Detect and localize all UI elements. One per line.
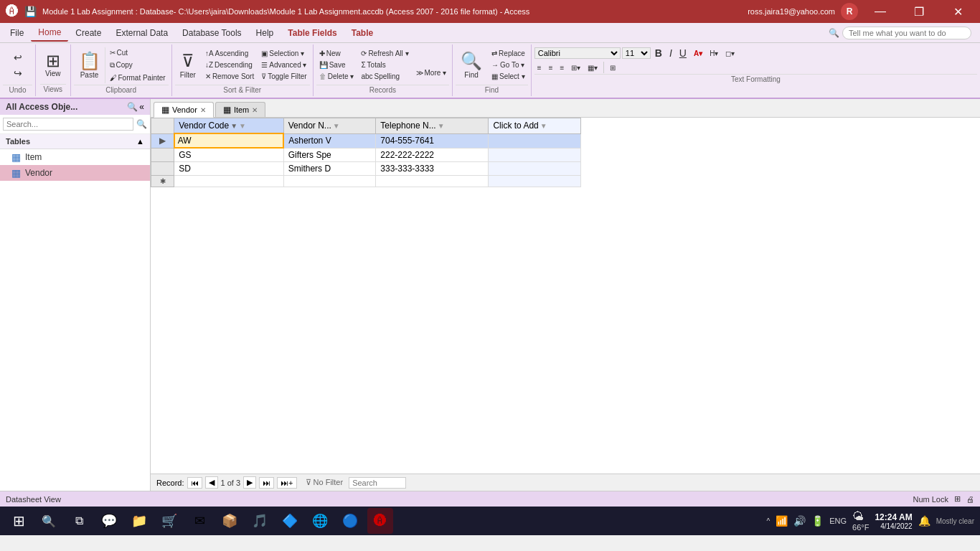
col-click-to-add[interactable]: Click to Add ▼ [489,118,581,134]
menu-search-input[interactable] [842,27,971,39]
quick-save[interactable]: 💾 [24,6,37,17]
cell-vendor-code-1[interactable]: AW [174,133,284,148]
background-color-button[interactable]: ◻▾ [722,48,738,59]
align-left-button[interactable]: ≡ [534,62,545,73]
amazon-button[interactable]: 📦 [217,508,242,534]
menu-external-data[interactable]: External Data [108,25,175,41]
col-telephone[interactable]: Telephone N... ▼ [376,118,489,134]
filter-button[interactable]: ⊽ Filter [175,47,201,84]
sidebar-item-vendor[interactable]: ▦ Vendor [0,165,150,181]
telephone-filter-icon[interactable]: ▼ [438,122,445,130]
new-cell-3[interactable] [376,176,489,187]
notification-button[interactable]: 🔔 [918,515,930,527]
goto-button[interactable]: → Go To ▾ [489,60,528,70]
ascending-button[interactable]: ↑A Ascending [202,48,257,59]
menu-home[interactable]: Home [31,24,68,42]
chrome-button[interactable]: 🔵 [337,508,363,534]
align-center-button[interactable]: ≡ [546,62,556,73]
underline-button[interactable]: U [677,46,689,60]
redo-button[interactable]: ↪ [11,66,25,80]
table-row[interactable]: GS Gifters Spe 222-222-2222 [151,148,581,162]
nav-prev-button[interactable]: ◀ [205,476,218,489]
font-size-select[interactable]: 11 [622,47,651,59]
gridlines-button[interactable]: ⊞▾ [568,62,583,73]
more-button[interactable]: ≫ More ▾ [413,67,450,78]
delete-record-button[interactable]: 🗑 Delete ▾ [316,71,357,82]
cell-new-1[interactable] [489,133,581,148]
search-button[interactable]: 🔍 [36,508,62,534]
dropbox-button[interactable]: 🔷 [277,508,303,534]
italic-button[interactable]: I [666,46,675,60]
alternating-button[interactable]: ▦▾ [585,62,600,73]
col-vendor-code[interactable]: Vendor Code ▼ ▼ [174,118,284,134]
find-button[interactable]: 🔍 Find [456,47,487,84]
cell-telephone-2[interactable]: 222-222-2222 [376,148,489,162]
vendor-code-sort-icon[interactable]: ▼ [230,122,237,130]
expand-button[interactable]: ⊞ [607,62,618,73]
print-preview-icon[interactable]: 🖨 [966,495,974,504]
click-to-add-filter-icon[interactable]: ▼ [540,122,547,130]
format-painter-button[interactable]: 🖌 Format Painter [107,72,169,83]
volume-icon[interactable]: 🔊 [793,515,806,527]
highlight-color-button[interactable]: H▾ [707,48,721,59]
tables-collapse-button[interactable]: ▲ [136,137,144,146]
vendor-name-filter-icon[interactable]: ▼ [333,122,340,130]
remove-sort-button[interactable]: ✕ Remove Sort [202,71,257,82]
task-view-button[interactable]: ⧉ [66,508,92,534]
cut-button[interactable]: ✂ Cut [107,47,169,58]
menu-help[interactable]: Help [249,25,281,41]
file-explorer-button[interactable]: 📁 [126,508,152,534]
undo-button[interactable]: ↩ [11,50,25,65]
font-color-button[interactable]: A▾ [691,48,705,59]
sidebar-search-input[interactable] [3,118,133,131]
table-row[interactable]: SD Smithers D 333-333-3333 [151,162,581,176]
clock[interactable]: 12:24 AM 4/14/2022 [875,512,912,530]
store-button[interactable]: 🛒 [156,508,182,534]
vendor-code-filter-icon[interactable]: ▼ [239,122,246,130]
col-vendor-name[interactable]: Vendor N... ▼ [283,118,376,134]
system-tray-expand[interactable]: ^ [766,517,770,525]
toggle-filter-button[interactable]: ⊽ Toggle Filter [258,71,309,82]
spelling-button[interactable]: abc Spelling [358,71,411,82]
new-cell-2[interactable] [283,176,376,187]
selection-button[interactable]: ▣ Selection ▾ [258,48,309,59]
menu-table[interactable]: Table [344,25,380,41]
network-icon[interactable]: 📶 [776,515,788,527]
cell-vendor-name-3[interactable]: Smithers D [283,162,376,176]
close-button[interactable]: ✕ [941,0,974,23]
tab-vendor-close[interactable]: ✕ [200,106,206,114]
bold-button[interactable]: B [652,46,665,60]
nav-new-button[interactable]: ⏭+ [277,477,296,489]
cell-new-3[interactable] [489,162,581,176]
start-button[interactable]: ⊞ [6,508,32,534]
nav-next-button[interactable]: ▶ [243,476,256,489]
totals-button[interactable]: Σ Totals [358,60,411,70]
cell-telephone-3[interactable]: 333-333-3333 [376,162,489,176]
new-cell-1[interactable] [174,176,284,187]
menu-table-fields[interactable]: Table Fields [281,25,344,41]
cell-vendor-code-2[interactable]: GS [174,148,284,162]
record-search-input[interactable] [349,477,406,489]
refresh-button[interactable]: ⟳ Refresh All ▾ [358,48,411,59]
select-button[interactable]: ▦ Select ▾ [489,71,528,82]
battery-icon[interactable]: 🔋 [811,515,824,527]
cell-telephone-1[interactable]: 704-555-7641 [376,133,489,148]
nav-first-button[interactable]: ⏮ [187,477,202,489]
align-right-button[interactable]: ≡ [557,62,567,73]
descending-button[interactable]: ↓Z Descending [202,60,257,70]
nav-last-button[interactable]: ⏭ [259,477,274,489]
sidebar-search-toggle[interactable]: 🔍 [127,102,138,112]
mail-button[interactable]: ✉ [187,508,212,534]
access-button[interactable]: 🅐 [367,508,393,534]
tab-item-close[interactable]: ✕ [252,106,258,114]
copy-button[interactable]: ⧉ Copy [107,60,169,71]
paste-button[interactable]: 📋 Paste [74,47,105,84]
replace-button[interactable]: ⇄ Replace [489,48,528,59]
language-indicator[interactable]: ENG [829,517,847,525]
font-family-select[interactable]: Calibri [534,47,621,59]
cell-vendor-code-3[interactable]: SD [174,162,284,176]
new-record-row[interactable]: ✱ [151,176,581,187]
new-cell-4[interactable] [489,176,581,187]
cell-vendor-name-2[interactable]: Gifters Spe [283,148,376,162]
teams-button[interactable]: 💬 [96,508,122,534]
